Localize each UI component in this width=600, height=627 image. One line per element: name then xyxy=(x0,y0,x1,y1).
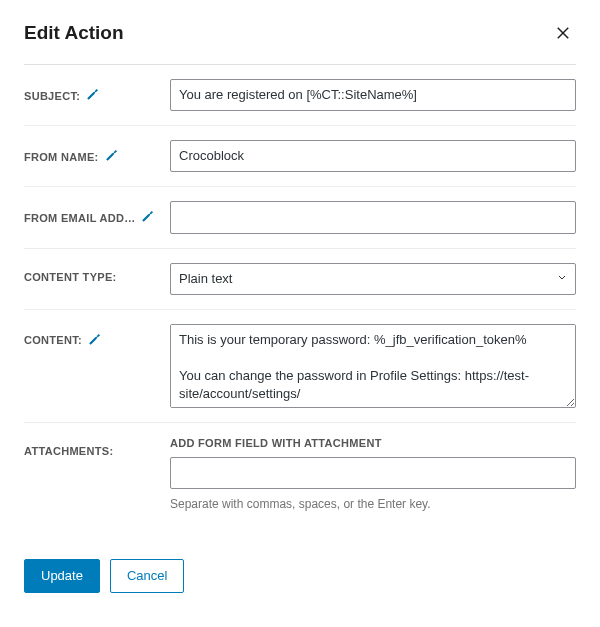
attachments-sublabel: ADD FORM FIELD WITH ATTACHMENT xyxy=(170,437,576,449)
label-from-name: FROM NAME: xyxy=(24,140,170,165)
label-from-name-text: FROM NAME: xyxy=(24,151,99,163)
wrench-icon[interactable] xyxy=(86,87,100,104)
close-button[interactable] xyxy=(550,20,576,46)
row-content-type: CONTENT TYPE: Plain text xyxy=(24,249,576,310)
cancel-button[interactable]: Cancel xyxy=(110,559,184,593)
dialog-actions: Update Cancel xyxy=(24,559,576,593)
label-from-email-text: FROM EMAIL ADD… xyxy=(24,212,135,224)
dialog-header: Edit Action xyxy=(24,20,576,65)
update-button[interactable]: Update xyxy=(24,559,100,593)
content-type-select[interactable]: Plain text xyxy=(170,263,576,295)
wrench-icon[interactable] xyxy=(141,209,155,226)
row-subject: SUBJECT: xyxy=(24,65,576,126)
label-content-type: CONTENT TYPE: xyxy=(24,263,170,283)
close-icon xyxy=(554,24,572,42)
from-name-input[interactable] xyxy=(170,140,576,172)
form-body: SUBJECT: FROM NAME: xyxy=(24,65,576,525)
label-content-text: CONTENT: xyxy=(24,334,82,346)
label-subject: SUBJECT: xyxy=(24,79,170,104)
label-attachments: ATTACHMENTS: xyxy=(24,437,170,457)
label-attachments-text: ATTACHMENTS: xyxy=(24,445,113,457)
row-from-name: FROM NAME: xyxy=(24,126,576,187)
label-content-type-text: CONTENT TYPE: xyxy=(24,271,117,283)
label-subject-text: SUBJECT: xyxy=(24,90,80,102)
label-from-email: FROM EMAIL ADD… xyxy=(24,201,170,226)
attachments-help: Separate with commas, spaces, or the Ent… xyxy=(170,497,576,511)
wrench-icon[interactable] xyxy=(105,148,119,165)
row-content: CONTENT: xyxy=(24,310,576,423)
row-from-email: FROM EMAIL ADD… xyxy=(24,187,576,248)
edit-action-dialog: Edit Action SUBJECT: FROM NAME: xyxy=(0,0,600,617)
row-attachments: ATTACHMENTS: ADD FORM FIELD WITH ATTACHM… xyxy=(24,423,576,525)
dialog-title: Edit Action xyxy=(24,22,124,44)
label-content: CONTENT: xyxy=(24,324,170,349)
content-textarea[interactable] xyxy=(170,324,576,408)
wrench-icon[interactable] xyxy=(88,332,102,349)
attachments-input[interactable] xyxy=(170,457,576,489)
subject-input[interactable] xyxy=(170,79,576,111)
from-email-input[interactable] xyxy=(170,201,576,233)
